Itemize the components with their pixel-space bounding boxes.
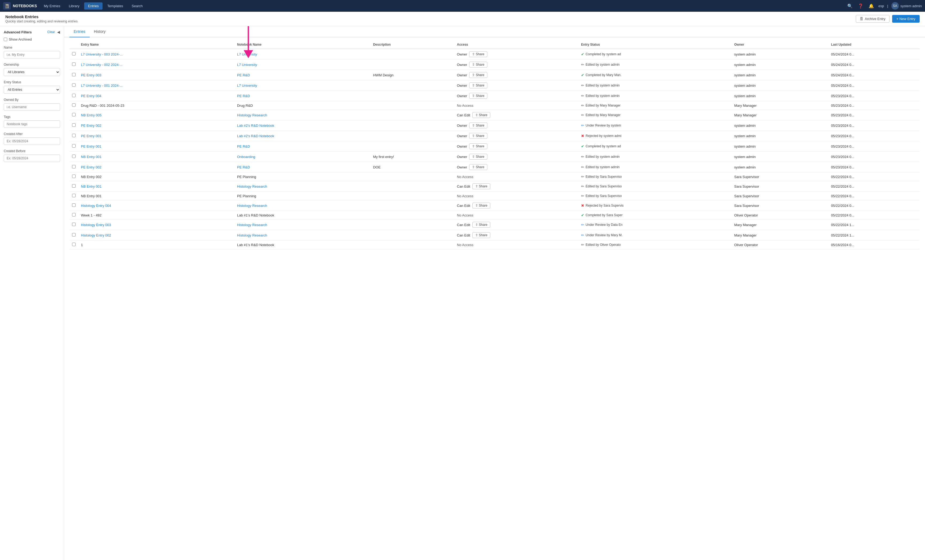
notebook-name-link[interactable]: L7 University (237, 63, 257, 67)
notification-icon[interactable]: 🔔 (868, 2, 875, 10)
row-checkbox[interactable] (72, 134, 75, 137)
share-button[interactable]: ⇧ Share (469, 83, 487, 88)
share-button[interactable]: ⇧ Share (472, 232, 490, 238)
row-checkbox[interactable] (72, 194, 75, 197)
entry-name-link[interactable]: PE Entry 002 (81, 165, 101, 169)
row-checkbox[interactable] (72, 94, 75, 97)
row-checkbox[interactable] (72, 184, 75, 188)
notebook-name-link[interactable]: Histology Research (237, 233, 267, 237)
entry-name-link[interactable]: L7 University - 001 2024-... (81, 84, 122, 87)
row-checkbox[interactable] (72, 83, 75, 87)
entry-name-link[interactable]: PE Entry 003 (81, 73, 101, 77)
nav-entries[interactable]: Entries (84, 2, 102, 10)
row-checkbox[interactable] (72, 165, 75, 169)
created-after-filter-input[interactable] (4, 137, 60, 145)
share-button[interactable]: ⇧ Share (469, 154, 487, 160)
new-entry-button[interactable]: + New Entry (892, 15, 920, 23)
row-checkbox[interactable] (72, 73, 75, 76)
entry-name-link[interactable]: NB Entry 001 (81, 155, 101, 159)
row-checkbox[interactable] (72, 62, 75, 66)
notebook-name-link[interactable]: PE R&D (237, 165, 250, 169)
entry-name-link[interactable]: Histology Entry 002 (81, 233, 111, 237)
entry-name-link[interactable]: NB Entry 001 (81, 184, 101, 188)
notebook-name-link[interactable]: Onboarding (237, 155, 255, 159)
entry-name-link[interactable]: Histology Entry 004 (81, 204, 111, 208)
row-checkbox[interactable] (72, 175, 75, 178)
clear-filters-button[interactable]: Clear (47, 30, 55, 34)
entry-name-link[interactable]: NB Entry 005 (81, 113, 101, 117)
share-button[interactable]: ⇧ Share (469, 51, 487, 57)
tags-filter-input[interactable] (4, 120, 60, 128)
nav-search[interactable]: Search (128, 2, 146, 10)
notebook-name-link[interactable]: Histology Research (237, 204, 267, 208)
help-icon[interactable]: ❓ (857, 2, 865, 10)
status-text: Edited by Mary Manager (586, 113, 621, 117)
notebook-name-link[interactable]: Histology Research (237, 113, 267, 117)
status-text: Under Review by Mary M. (586, 233, 622, 237)
notebook-name-link[interactable]: L7 University (237, 52, 257, 56)
share-button[interactable]: ⇧ Share (472, 222, 490, 228)
entry-name-link[interactable]: PE Entry 004 (81, 94, 101, 98)
share-button[interactable]: ⇧ Share (469, 164, 487, 170)
entry-name-link[interactable]: PE Entry 001 (81, 145, 101, 148)
entry-access: Can Edit⇧ Share (454, 230, 579, 241)
nav-templates[interactable]: Templates (104, 2, 127, 10)
row-checkbox[interactable] (72, 123, 75, 127)
status-icon: ✏ (581, 184, 584, 188)
entry-name-link[interactable]: L7 University - 002 2024-... (81, 63, 122, 67)
notebook-name-link[interactable]: Histology Research (237, 223, 267, 227)
table-row: PE Entry 001Lab #2's R&D NotebookOwner⇧ … (69, 131, 920, 141)
entry-owner: Oliver Operator (732, 241, 829, 249)
status-icon: ✏ (581, 113, 584, 117)
share-button[interactable]: ⇧ Share (469, 72, 487, 78)
collapse-sidebar-button[interactable]: ◀ (57, 30, 60, 34)
share-button[interactable]: ⇧ Share (469, 133, 487, 139)
row-checkbox[interactable] (72, 213, 75, 217)
notebook-name-link[interactable]: L7 University (237, 84, 257, 87)
nav-my-entries[interactable]: My Entries (40, 2, 64, 10)
ownership-filter-select[interactable]: All Libraries (4, 68, 60, 76)
row-checkbox[interactable] (72, 242, 75, 246)
tab-entries[interactable]: Entries (69, 26, 90, 38)
share-button[interactable]: ⇧ Share (469, 122, 487, 128)
row-checkbox[interactable] (72, 223, 75, 226)
notebook-name-link[interactable]: PE R&D (237, 94, 250, 98)
row-checkbox[interactable] (72, 113, 75, 116)
entry-status-filter-select[interactable]: All Entries (4, 86, 60, 94)
entry-description: DOE (371, 162, 454, 172)
entry-name-link[interactable]: PE Entry 001 (81, 134, 101, 138)
entry-name-link[interactable]: PE Entry 002 (81, 123, 101, 128)
row-checkbox[interactable] (72, 203, 75, 207)
notebook-name-link[interactable]: Lab #2's R&D Notebook (237, 134, 274, 138)
row-checkbox[interactable] (72, 233, 75, 236)
notebook-name-link[interactable]: PE R&D (237, 73, 250, 77)
share-button[interactable]: ⇧ Share (469, 143, 487, 149)
share-button[interactable]: ⇧ Share (469, 93, 487, 99)
notebook-name-link[interactable]: Histology Research (237, 184, 267, 188)
row-checkbox[interactable] (72, 52, 75, 56)
row-checkbox[interactable] (72, 103, 75, 107)
share-button[interactable]: ⇧ Share (472, 203, 490, 208)
created-before-filter-input[interactable] (4, 155, 60, 162)
notebook-name-link[interactable]: Lab #2's R&D Notebook (237, 123, 274, 128)
share-button[interactable]: ⇧ Share (469, 62, 487, 68)
page-header-left: Notebook Entries Quickly start creating,… (5, 14, 78, 23)
search-icon[interactable]: 🔍 (846, 2, 854, 10)
show-archived-checkbox[interactable] (4, 38, 7, 41)
share-button[interactable]: ⇧ Share (472, 184, 490, 189)
nav-library[interactable]: Library (65, 2, 83, 10)
entry-name-link[interactable]: L7 University - 003 2024-... (81, 52, 122, 56)
entry-name-link[interactable]: Histology Entry 003 (81, 223, 111, 227)
name-filter-input[interactable] (4, 51, 60, 59)
entry-access: Owner⇧ Share (454, 131, 579, 141)
share-button[interactable]: ⇧ Share (472, 112, 490, 118)
row-checkbox[interactable] (72, 155, 75, 158)
archive-entry-button[interactable]: 🗄 Archive Entry (856, 15, 889, 23)
entry-description (371, 141, 454, 152)
owned-by-filter-input[interactable] (4, 103, 60, 111)
row-checkbox[interactable] (72, 144, 75, 148)
tab-history[interactable]: History (90, 26, 110, 38)
status-icon: ✏ (581, 233, 584, 237)
notebook-name-link[interactable]: PE R&D (237, 145, 250, 148)
ownership-filter-label: Ownership (4, 63, 60, 66)
